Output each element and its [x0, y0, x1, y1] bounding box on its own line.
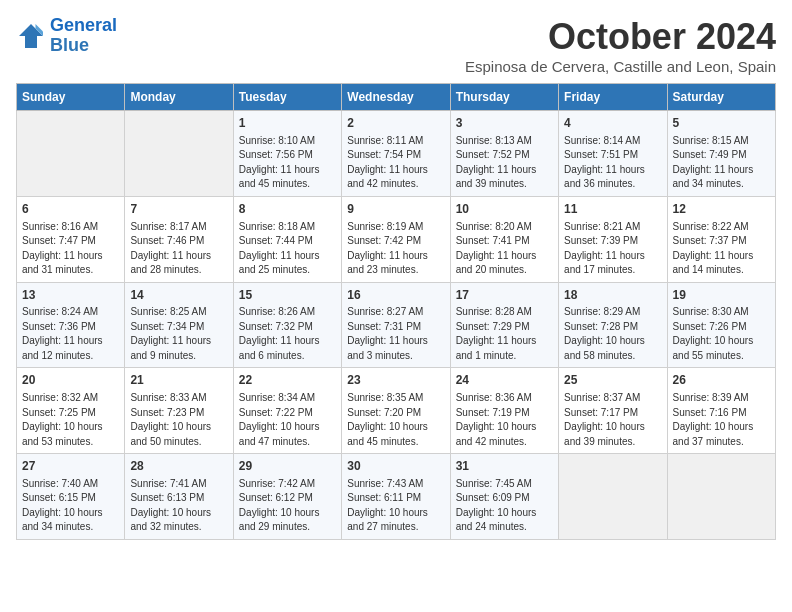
- calendar-cell: 30Sunrise: 7:43 AMSunset: 6:11 PMDayligh…: [342, 454, 450, 540]
- calendar-cell: 4Sunrise: 8:14 AMSunset: 7:51 PMDaylight…: [559, 111, 667, 197]
- day-number: 16: [347, 287, 444, 304]
- day-info: Sunrise: 8:27 AMSunset: 7:31 PMDaylight:…: [347, 305, 444, 363]
- calendar-cell: 15Sunrise: 8:26 AMSunset: 7:32 PMDayligh…: [233, 282, 341, 368]
- calendar-week-row: 20Sunrise: 8:32 AMSunset: 7:25 PMDayligh…: [17, 368, 776, 454]
- day-info: Sunrise: 7:41 AMSunset: 6:13 PMDaylight:…: [130, 477, 227, 535]
- day-info: Sunrise: 8:16 AMSunset: 7:47 PMDaylight:…: [22, 220, 119, 278]
- calendar-cell: 10Sunrise: 8:20 AMSunset: 7:41 PMDayligh…: [450, 196, 558, 282]
- calendar-cell: 23Sunrise: 8:35 AMSunset: 7:20 PMDayligh…: [342, 368, 450, 454]
- day-info: Sunrise: 8:17 AMSunset: 7:46 PMDaylight:…: [130, 220, 227, 278]
- day-info: Sunrise: 8:14 AMSunset: 7:51 PMDaylight:…: [564, 134, 661, 192]
- day-number: 13: [22, 287, 119, 304]
- day-number: 5: [673, 115, 770, 132]
- day-number: 29: [239, 458, 336, 475]
- calendar-cell: 25Sunrise: 8:37 AMSunset: 7:17 PMDayligh…: [559, 368, 667, 454]
- calendar-cell: [559, 454, 667, 540]
- calendar-week-row: 13Sunrise: 8:24 AMSunset: 7:36 PMDayligh…: [17, 282, 776, 368]
- calendar-cell: 9Sunrise: 8:19 AMSunset: 7:42 PMDaylight…: [342, 196, 450, 282]
- calendar-cell: 26Sunrise: 8:39 AMSunset: 7:16 PMDayligh…: [667, 368, 775, 454]
- calendar-cell: 1Sunrise: 8:10 AMSunset: 7:56 PMDaylight…: [233, 111, 341, 197]
- calendar-cell: 5Sunrise: 8:15 AMSunset: 7:49 PMDaylight…: [667, 111, 775, 197]
- day-info: Sunrise: 8:15 AMSunset: 7:49 PMDaylight:…: [673, 134, 770, 192]
- day-info: Sunrise: 8:24 AMSunset: 7:36 PMDaylight:…: [22, 305, 119, 363]
- day-number: 24: [456, 372, 553, 389]
- calendar-cell: 14Sunrise: 8:25 AMSunset: 7:34 PMDayligh…: [125, 282, 233, 368]
- calendar-cell: 28Sunrise: 7:41 AMSunset: 6:13 PMDayligh…: [125, 454, 233, 540]
- day-number: 4: [564, 115, 661, 132]
- weekday-header-row: SundayMondayTuesdayWednesdayThursdayFrid…: [17, 84, 776, 111]
- calendar-week-row: 6Sunrise: 8:16 AMSunset: 7:47 PMDaylight…: [17, 196, 776, 282]
- calendar-week-row: 1Sunrise: 8:10 AMSunset: 7:56 PMDaylight…: [17, 111, 776, 197]
- day-number: 6: [22, 201, 119, 218]
- day-number: 26: [673, 372, 770, 389]
- day-info: Sunrise: 8:10 AMSunset: 7:56 PMDaylight:…: [239, 134, 336, 192]
- day-info: Sunrise: 8:28 AMSunset: 7:29 PMDaylight:…: [456, 305, 553, 363]
- day-info: Sunrise: 8:32 AMSunset: 7:25 PMDaylight:…: [22, 391, 119, 449]
- day-number: 15: [239, 287, 336, 304]
- logo-icon: [16, 21, 46, 51]
- calendar-cell: 29Sunrise: 7:42 AMSunset: 6:12 PMDayligh…: [233, 454, 341, 540]
- day-number: 9: [347, 201, 444, 218]
- calendar-cell: 11Sunrise: 8:21 AMSunset: 7:39 PMDayligh…: [559, 196, 667, 282]
- day-number: 7: [130, 201, 227, 218]
- day-number: 12: [673, 201, 770, 218]
- day-info: Sunrise: 8:19 AMSunset: 7:42 PMDaylight:…: [347, 220, 444, 278]
- day-info: Sunrise: 8:18 AMSunset: 7:44 PMDaylight:…: [239, 220, 336, 278]
- calendar-cell: [667, 454, 775, 540]
- calendar-cell: 17Sunrise: 8:28 AMSunset: 7:29 PMDayligh…: [450, 282, 558, 368]
- day-info: Sunrise: 7:42 AMSunset: 6:12 PMDaylight:…: [239, 477, 336, 535]
- calendar-cell: 12Sunrise: 8:22 AMSunset: 7:37 PMDayligh…: [667, 196, 775, 282]
- calendar-cell: 3Sunrise: 8:13 AMSunset: 7:52 PMDaylight…: [450, 111, 558, 197]
- day-number: 1: [239, 115, 336, 132]
- day-number: 21: [130, 372, 227, 389]
- weekday-header: Friday: [559, 84, 667, 111]
- calendar-cell: 18Sunrise: 8:29 AMSunset: 7:28 PMDayligh…: [559, 282, 667, 368]
- weekday-header: Tuesday: [233, 84, 341, 111]
- calendar-cell: 13Sunrise: 8:24 AMSunset: 7:36 PMDayligh…: [17, 282, 125, 368]
- location: Espinosa de Cervera, Castille and Leon, …: [465, 58, 776, 75]
- day-number: 17: [456, 287, 553, 304]
- logo-line1: General: [50, 15, 117, 35]
- day-number: 20: [22, 372, 119, 389]
- calendar-cell: 27Sunrise: 7:40 AMSunset: 6:15 PMDayligh…: [17, 454, 125, 540]
- day-info: Sunrise: 8:35 AMSunset: 7:20 PMDaylight:…: [347, 391, 444, 449]
- day-number: 31: [456, 458, 553, 475]
- day-number: 28: [130, 458, 227, 475]
- day-info: Sunrise: 8:33 AMSunset: 7:23 PMDaylight:…: [130, 391, 227, 449]
- day-number: 23: [347, 372, 444, 389]
- day-number: 3: [456, 115, 553, 132]
- calendar-cell: 19Sunrise: 8:30 AMSunset: 7:26 PMDayligh…: [667, 282, 775, 368]
- calendar-cell: 20Sunrise: 8:32 AMSunset: 7:25 PMDayligh…: [17, 368, 125, 454]
- title-block: October 2024 Espinosa de Cervera, Castil…: [465, 16, 776, 75]
- day-info: Sunrise: 8:37 AMSunset: 7:17 PMDaylight:…: [564, 391, 661, 449]
- calendar-cell: 22Sunrise: 8:34 AMSunset: 7:22 PMDayligh…: [233, 368, 341, 454]
- day-number: 8: [239, 201, 336, 218]
- day-info: Sunrise: 7:45 AMSunset: 6:09 PMDaylight:…: [456, 477, 553, 535]
- day-info: Sunrise: 8:34 AMSunset: 7:22 PMDaylight:…: [239, 391, 336, 449]
- day-info: Sunrise: 8:20 AMSunset: 7:41 PMDaylight:…: [456, 220, 553, 278]
- calendar-cell: 31Sunrise: 7:45 AMSunset: 6:09 PMDayligh…: [450, 454, 558, 540]
- weekday-header: Saturday: [667, 84, 775, 111]
- day-info: Sunrise: 8:22 AMSunset: 7:37 PMDaylight:…: [673, 220, 770, 278]
- logo: General Blue: [16, 16, 117, 56]
- day-number: 10: [456, 201, 553, 218]
- calendar-week-row: 27Sunrise: 7:40 AMSunset: 6:15 PMDayligh…: [17, 454, 776, 540]
- day-info: Sunrise: 8:11 AMSunset: 7:54 PMDaylight:…: [347, 134, 444, 192]
- calendar-cell: 2Sunrise: 8:11 AMSunset: 7:54 PMDaylight…: [342, 111, 450, 197]
- day-info: Sunrise: 8:36 AMSunset: 7:19 PMDaylight:…: [456, 391, 553, 449]
- logo-line2: Blue: [50, 35, 89, 55]
- calendar-cell: 7Sunrise: 8:17 AMSunset: 7:46 PMDaylight…: [125, 196, 233, 282]
- weekday-header: Thursday: [450, 84, 558, 111]
- day-number: 14: [130, 287, 227, 304]
- day-number: 2: [347, 115, 444, 132]
- day-number: 27: [22, 458, 119, 475]
- calendar-cell: [17, 111, 125, 197]
- day-number: 25: [564, 372, 661, 389]
- day-info: Sunrise: 8:30 AMSunset: 7:26 PMDaylight:…: [673, 305, 770, 363]
- day-info: Sunrise: 8:29 AMSunset: 7:28 PMDaylight:…: [564, 305, 661, 363]
- day-info: Sunrise: 8:26 AMSunset: 7:32 PMDaylight:…: [239, 305, 336, 363]
- header: General Blue October 2024 Espinosa de Ce…: [16, 16, 776, 75]
- day-info: Sunrise: 8:25 AMSunset: 7:34 PMDaylight:…: [130, 305, 227, 363]
- svg-marker-0: [19, 24, 43, 48]
- calendar-cell: 24Sunrise: 8:36 AMSunset: 7:19 PMDayligh…: [450, 368, 558, 454]
